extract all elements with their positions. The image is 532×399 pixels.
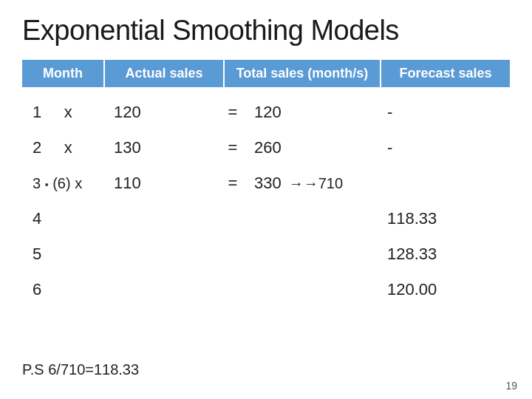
table-row: 4 118.33 [22,201,510,236]
header-total-sales: Total sales (month/s) [225,60,380,87]
row4-forecast: 118.33 [377,205,510,233]
header-forecast-sales: Forecast sales [381,60,510,87]
row6-actual [103,285,222,294]
row3-actual: 110 [103,169,222,197]
row2-total: 260 [244,134,377,162]
row6-month: 6 [22,276,103,304]
row4-month: 4 [22,205,103,233]
row2-eq: = [222,138,244,157]
table-row: 3 • (6) x 110 = 330 →→710 [22,166,510,201]
table-row: 5 128.33 [22,236,510,272]
page-title: Exponential Smoothing Models [22,15,510,47]
row3-forecast [377,179,510,188]
page-container: Exponential Smoothing Models Month Actua… [0,0,532,399]
row1-month: 1 x [22,98,103,126]
table-row: 6 120.00 [22,272,510,307]
header-actual-sales: Actual sales [105,60,223,87]
header-month: Month [22,60,103,87]
table-row: 1 x 120 = 120 - [22,95,510,130]
row2-forecast: - [377,134,510,162]
row1-forecast: - [377,98,510,126]
row5-total [244,250,377,259]
row5-actual [103,250,222,259]
table-header: Month Actual sales Total sales (month/s)… [22,60,510,87]
row1-total: 120 [244,98,377,126]
row4-actual [103,214,222,223]
table-body: 1 x 120 = 120 - 2 x 130 = 260 - [22,95,510,307]
row3-eq: = [222,174,244,193]
row3-month: 3 • (6) x [22,171,103,197]
row6-forecast: 120.00 [377,276,510,304]
row6-total [244,285,377,294]
row4-total [244,214,377,223]
row1-eq: = [222,103,244,122]
row2-actual: 130 [103,134,222,162]
page-number: 19 [505,380,517,392]
row5-forecast: 128.33 [377,240,510,268]
row5-month: 5 [22,240,103,268]
arrow-710: →→710 [289,175,343,192]
row3-total: 330 →→710 [244,169,377,197]
footnote: P.S 6/710=118.33 [22,361,139,378]
table-row: 2 x 130 = 260 - [22,130,510,166]
row1-actual: 120 [103,98,222,126]
row2-month: 2 x [22,134,103,162]
